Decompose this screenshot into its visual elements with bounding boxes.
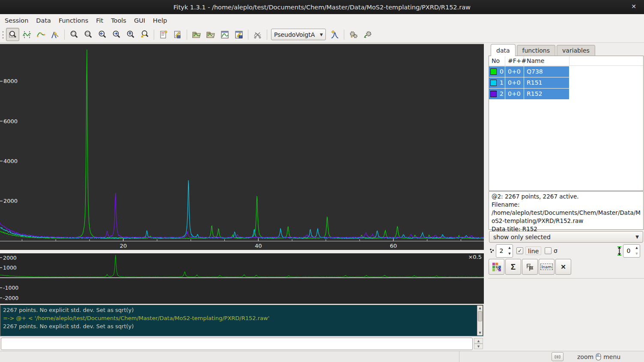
spin-down-icon[interactable]: ▼ [634, 251, 640, 257]
menu-item-gui[interactable]: GUI [130, 15, 149, 26]
sum-datasets-button[interactable]: Σ [505, 259, 521, 275]
console-line: 2267 points. No explicit std. dev. Set a… [3, 322, 480, 330]
console-line: =-> @+ < '/home/aleplo/test/Documents/Ch… [3, 314, 480, 322]
previous-zoom-button[interactable] [138, 28, 151, 41]
open-data-icon [192, 30, 201, 39]
spin-up-icon[interactable]: ▲ [474, 338, 483, 344]
main-plot-canvas: 2040602000400060008000 [0, 44, 484, 250]
menu-item-fit[interactable]: Fit [92, 15, 107, 26]
script-edit-button[interactable] [171, 28, 184, 41]
data-editor-button[interactable] [218, 28, 231, 41]
svg-text:2000: 2000 [3, 255, 17, 261]
zoom-mode-button[interactable] [6, 28, 19, 41]
aux-plot[interactable]: 20001000-1000-2000 ×0.5 [0, 253, 484, 304]
spin-down-icon[interactable]: ▼ [507, 251, 513, 257]
svg-text:20: 20 [120, 243, 127, 249]
menu-item-tools[interactable]: Tools [107, 15, 130, 26]
append-data-icon [206, 30, 215, 39]
panel-splitter[interactable] [484, 43, 488, 351]
background-mode-button[interactable] [34, 28, 48, 41]
statusbar: zoom menu [0, 351, 644, 362]
save-data-button[interactable] [232, 28, 245, 41]
close-icon[interactable]: ✕ [629, 3, 638, 10]
data-transform-button[interactable] [251, 28, 264, 41]
mouse-hints-button[interactable] [552, 352, 564, 361]
svg-text:2000: 2000 [3, 198, 18, 204]
open-data-button[interactable] [190, 28, 203, 41]
scroll-left-icon [98, 30, 107, 39]
tab-data[interactable]: data [491, 44, 516, 56]
dataset-row-R151[interactable]: 10+0R151 [489, 77, 643, 88]
toolbar: PseudoVoigtA ▼ [0, 27, 644, 43]
stack-datasets-button[interactable] [522, 259, 538, 275]
line-checkbox[interactable]: ✓ [516, 247, 523, 254]
menubar: SessionDataFunctionsFitToolsGUIHelp [0, 14, 644, 27]
extend-zoom-up-button[interactable] [124, 28, 137, 41]
dataset-row-R152[interactable]: 20+0R152 [489, 89, 643, 99]
dataset-row-Q738[interactable]: 00+0Q738 [489, 66, 643, 77]
scroll-right-button[interactable] [110, 28, 123, 41]
chevron-down-icon: ▼ [635, 234, 639, 239]
zoom-vertical-button[interactable] [81, 28, 95, 41]
display-mode-value: show only selected [493, 234, 635, 240]
zoom-all-icon [69, 30, 79, 39]
menu-item-session[interactable]: Session [1, 15, 32, 26]
rename-dataset-button[interactable]: Inam [539, 259, 555, 275]
column-header-no[interactable]: No [489, 56, 505, 65]
function-type-combo[interactable]: PseudoVoigtA ▼ [271, 29, 326, 40]
function-type-value: PseudoVoigtA [274, 31, 316, 38]
dataset-cell: 0 [489, 66, 505, 77]
column-header-empty [569, 56, 643, 65]
output-console[interactable]: 2267 points. No explicit std. dev. Set a… [0, 305, 483, 336]
scroll-up-icon[interactable]: ▲ [477, 306, 483, 311]
menu-item-data[interactable]: Data [32, 15, 55, 26]
main-plot[interactable]: 2040602000400060008000 [0, 43, 484, 250]
command-input[interactable] [1, 338, 473, 350]
toolbar-drag-handle[interactable] [1, 30, 5, 40]
scroll-down-icon[interactable]: ▼ [477, 330, 483, 335]
menu-item-help[interactable]: Help [149, 15, 171, 26]
data-range-mode-icon [22, 30, 32, 39]
add-peak-mode-button[interactable] [48, 28, 62, 41]
command-input-row: ▲ ▼ [1, 338, 483, 350]
spin-up-icon[interactable]: ▲ [507, 245, 513, 251]
script-log-button[interactable] [157, 28, 170, 41]
column-header-ff[interactable]: #F+# [505, 56, 524, 65]
spin-down-icon[interactable]: ▼ [474, 344, 483, 349]
statusbar-separator [459, 351, 459, 362]
console-scrollbar[interactable]: ▲ ▼ [477, 306, 483, 335]
console-lines: 2267 points. No explicit std. dev. Set a… [3, 306, 480, 330]
zoom-all-button[interactable] [67, 28, 80, 41]
undo-fit-button[interactable] [361, 28, 374, 41]
tab-variables[interactable]: variables [557, 45, 595, 56]
display-mode-dropdown[interactable]: show only selected ▼ [489, 231, 643, 243]
data-range-mode-button[interactable] [20, 28, 33, 41]
run-fit-button[interactable] [347, 28, 360, 41]
input-history-spinner[interactable]: ▲ ▼ [474, 338, 483, 350]
console-line: 2267 points. No explicit std. dev. Set a… [3, 306, 480, 314]
plot-splitter[interactable] [0, 250, 484, 253]
spin-up-icon[interactable]: ▲ [634, 245, 640, 251]
auto-add-peak-button[interactable] [328, 28, 341, 41]
dataset-color-swatch [490, 91, 497, 97]
mouse-mode-hint: zoom menu [577, 351, 620, 362]
menu-item-functions[interactable]: Functions [55, 15, 92, 26]
shift-spinner[interactable]: 0 ▲▼ [623, 244, 640, 258]
scroll-left-button[interactable] [95, 28, 109, 41]
sigma-checkbox[interactable] [545, 247, 552, 254]
rename-dataset-icon: Inam [540, 264, 553, 270]
column-header-name[interactable]: Name [524, 56, 569, 65]
dataset-cell: R152 [524, 89, 569, 99]
info-filename: Filename: /home/aleplo/test/Documents/Ch… [492, 201, 641, 225]
previous-zoom-icon [140, 30, 149, 39]
delete-dataset-button[interactable]: ✕ [555, 259, 571, 275]
shift-value: 0 [623, 245, 634, 257]
append-data-button[interactable] [204, 28, 217, 41]
scrollbar-thumb[interactable] [478, 311, 482, 321]
tab-functions[interactable]: functions [517, 45, 555, 56]
aux-zoom-factor: ×0.5 [468, 254, 482, 260]
point-size-spinner[interactable]: 2 ▲▼ [496, 244, 513, 258]
add-peak-mode-icon [51, 30, 60, 39]
dataset-cell: 0+0 [505, 66, 524, 77]
dataset-colors-button[interactable] [489, 259, 504, 275]
